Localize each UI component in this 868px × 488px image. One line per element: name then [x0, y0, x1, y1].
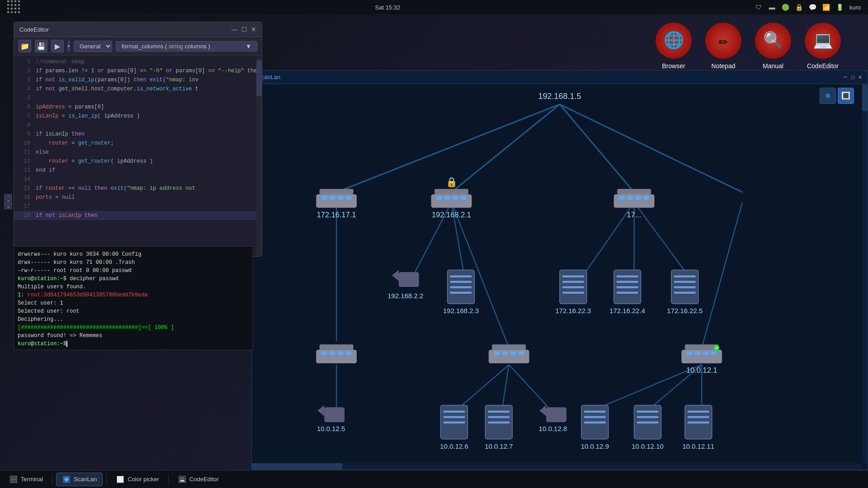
svg-rect-96: [443, 416, 465, 418]
svg-rect-73: [330, 351, 335, 355]
svg-rect-31: [437, 196, 442, 200]
term-line-7: Select user: 1: [18, 299, 249, 307]
save-file-button[interactable]: 💾: [35, 40, 47, 52]
datetime-label: Sat 15:32: [375, 4, 401, 11]
svg-rect-75: [346, 351, 351, 355]
svg-text:🔒: 🔒: [446, 176, 458, 188]
context-select[interactable]: General: [74, 41, 112, 52]
term-line-6: 1: root:3d041794653d9041395780bedd7b9eda: [18, 291, 249, 299]
side-tab-k[interactable]: k: [4, 199, 12, 204]
privacy-icon: 🟢: [782, 3, 790, 11]
codeeditor2-taskbar-label: CodeEditor: [189, 476, 219, 483]
side-labels: T k d: [4, 194, 12, 209]
svg-rect-56: [562, 291, 584, 293]
codeeditor-icon-img: 💻: [805, 23, 841, 59]
scanlan-tool-btn-2[interactable]: 🔳: [838, 88, 854, 104]
lock-top-icon: 🔒: [795, 3, 803, 11]
close-button[interactable]: ✕: [251, 26, 256, 33]
svg-rect-86: [703, 351, 708, 355]
code-line-14: 14: [14, 175, 262, 184]
svg-rect-60: [617, 281, 638, 282]
scanlan-hscrollbar[interactable]: [252, 463, 862, 469]
svg-rect-53: [562, 276, 584, 277]
code-area[interactable]: 1 //command: nmap 2 if params.len != 1 o…: [14, 56, 262, 256]
code-line-11: 11 else: [14, 148, 262, 157]
svg-rect-114: [637, 416, 659, 418]
term-line-10: [####################################]==…: [18, 324, 249, 332]
scanlan-maximize[interactable]: ☐: [851, 73, 854, 81]
term-line-2: drwx------ kuro kuro 71 00:00 .Trash: [18, 258, 249, 267]
browser-app-icon[interactable]: 🌐 Browser: [656, 23, 692, 70]
code-toolbar: 📁 💾 ▶ General format_columns ( string co…: [14, 37, 262, 56]
svg-line-1: [452, 104, 560, 192]
scanlan-hscroll-thumb: [252, 463, 342, 469]
maximize-button[interactable]: ☐: [241, 26, 247, 33]
svg-text:10.0.12.10: 10.0.12.10: [632, 442, 664, 450]
side-tab-t[interactable]: T: [4, 194, 12, 199]
side-tab-d[interactable]: d: [4, 204, 12, 209]
svg-rect-108: [584, 411, 606, 413]
svg-rect-102: [488, 422, 509, 423]
svg-line-15: [502, 365, 509, 408]
code-line-16: 16 ports = null: [14, 193, 262, 202]
top-bar-left: [7, 0, 21, 14]
svg-rect-41: [644, 196, 649, 200]
svg-rect-87: [711, 351, 717, 355]
svg-rect-40: [636, 196, 641, 200]
shield-icon: 🛡: [755, 3, 763, 11]
scanlan-close[interactable]: ✕: [859, 73, 862, 81]
scanlan-vscrollbar[interactable]: [862, 84, 868, 463]
colorpicker-taskbar-label: Color picker: [127, 476, 159, 483]
run-button[interactable]: ▶: [51, 40, 64, 52]
manual-label: Manual: [763, 62, 783, 70]
open-file-button[interactable]: 📁: [19, 40, 31, 52]
svg-line-12: [702, 202, 742, 348]
svg-rect-47: [450, 276, 472, 277]
notepad-icon-img: ✏️: [705, 23, 741, 59]
svg-rect-79: [502, 351, 508, 355]
svg-rect-113: [637, 411, 659, 413]
svg-rect-115: [637, 422, 659, 423]
wifi-icon: 📶: [822, 3, 830, 11]
function-selector[interactable]: format_columns ( string columns ) ▼: [116, 41, 257, 52]
svg-rect-92: [324, 407, 344, 422]
svg-text:10.0.12.11: 10.0.12.11: [682, 442, 714, 450]
svg-text:172.16.22.5: 172.16.22.5: [667, 307, 703, 314]
svg-rect-55: [562, 286, 584, 288]
svg-line-16: [509, 365, 550, 408]
scanlan-tool-btn-1[interactable]: ⚙: [820, 88, 836, 104]
code-line-7: 7 isLanIp = is_lan_ip( ipAddress ): [14, 112, 262, 121]
taskbar-scanlan[interactable]: ScanLan: [56, 473, 103, 486]
taskbar-terminal[interactable]: Terminal: [4, 473, 48, 486]
svg-rect-71: [320, 344, 354, 350]
taskbar-colorpicker[interactable]: Color picker: [110, 473, 164, 486]
scanlan-vscroll-thumb: [862, 84, 868, 111]
minimize-button[interactable]: —: [231, 26, 238, 33]
code-scrollbar[interactable]: [256, 56, 262, 256]
code-line-9: 9 if isLanIp then: [14, 130, 262, 139]
svg-rect-80: [510, 351, 516, 355]
svg-rect-95: [443, 411, 465, 413]
taskbar-codeeditor2[interactable]: 💻 CodeEditor: [172, 473, 224, 486]
svg-rect-77: [492, 344, 526, 350]
scanlan-minimize[interactable]: —: [844, 73, 847, 81]
code-line-13: 13 end if: [14, 166, 262, 175]
term-line-1: drwxrwx--- kuro kuro 3634 00:00 Config: [18, 250, 249, 258]
codeeditor-app-icon[interactable]: 💻 CodeEditor: [805, 23, 841, 70]
battery-icon: 🔋: [836, 3, 844, 11]
svg-marker-104: [539, 405, 546, 416]
manual-app-icon[interactable]: 🔍 Manual: [755, 23, 791, 70]
scanlan-taskbar-icon: [62, 475, 71, 484]
scanlan-content: 192.168.1.5 172.16.17.1 🔒: [252, 84, 868, 469]
term-line-12: kuro@station:~$: [18, 340, 249, 348]
browser-icon-img: 🌐: [656, 23, 692, 59]
terminal-window[interactable]: drwxrwx--- kuro kuro 3634 00:00 Config d…: [14, 246, 253, 350]
window-controls: — ☐ ✕: [231, 26, 256, 33]
notepad-app-icon[interactable]: ✏️ Notepad: [705, 23, 741, 70]
svg-rect-54: [562, 281, 584, 282]
username-label: kuro: [849, 4, 861, 11]
svg-text:10.0.12.1: 10.0.12.1: [686, 366, 717, 374]
app-grid-icon[interactable]: [7, 0, 21, 14]
code-line-2: 2 if params.len != 1 or params[0] == "-h…: [14, 66, 262, 75]
code-line-12: 12 router = get_router( ipAddress ): [14, 157, 262, 166]
